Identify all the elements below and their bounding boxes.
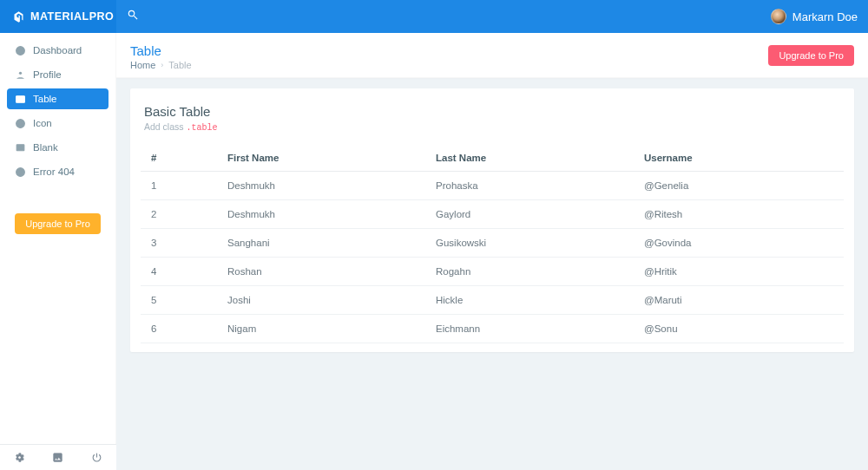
table-cell-last-name: Hickle [427,286,635,315]
svg-point-1 [18,71,21,74]
brand-logo-icon [12,10,25,23]
sidebar-item-profile[interactable]: Profile [7,64,108,85]
table-cell-username: @Govinda [635,229,844,258]
sidebar-footer [0,444,116,470]
table-cell-first-name: Roshan [219,258,427,286]
page-title: Table [130,43,192,58]
page-head-left: Table Home › Table [130,40,192,70]
sidebar-item-label: Icon [33,118,52,128]
topbar: MATERIALPRO Markarn Doe [0,0,868,33]
help-icon [14,166,26,178]
brand[interactable]: MATERIALPRO [0,0,116,33]
app-root: { "brand": { "name": "MATERIALPRO" }, "u… [0,0,868,470]
sidebar-item-table[interactable]: Table [7,88,108,109]
card-subtitle: Add class .table [141,121,844,133]
sidebar-item-label: Table [33,94,57,104]
svg-point-5 [21,121,22,122]
table-row: 2DeshmukhGaylord@Ritesh [141,200,844,229]
dashboard-icon [14,44,26,56]
table-cell-first-name: Deshmukh [219,172,427,200]
power-icon[interactable] [91,452,103,464]
sidebar-item-error-404[interactable]: Error 404 [7,161,108,182]
content: Basic Table Add class .table # First Nam… [116,78,868,470]
table-row: 4RoshanRogahn@Hritik [141,258,844,286]
body: DashboardProfileTableIconBlankError 404 … [0,33,868,470]
table-cell-username: @Sonu [635,315,844,343]
svg-point-3 [16,119,24,127]
table-cell-first-name: Sanghani [219,229,427,258]
table-header-id: # [141,145,219,172]
svg-point-8 [20,173,21,174]
card-subtitle-text: Add class [144,121,186,132]
table-cell-id: 4 [141,258,219,286]
sidebar-item-blank[interactable]: Blank [7,137,108,158]
page-head: Table Home › Table Upgrade to Pro [116,33,868,78]
main: Table Home › Table Upgrade to Pro Basic … [116,33,868,470]
table-header-row: # First Name Last Name Username [141,145,844,172]
table-body: 1DeshmukhProhaska@Genelia2DeshmukhGaylor… [141,172,844,343]
table-row: 1DeshmukhProhaska@Genelia [141,172,844,200]
table-cell-first-name: Deshmukh [219,200,427,229]
table-cell-last-name: Gusikowski [427,229,635,258]
sidebar-item-icon[interactable]: Icon [7,113,108,134]
basic-table-card: Basic Table Add class .table # First Nam… [130,88,854,352]
table-cell-last-name: Gaylord [427,200,635,229]
avatar [771,9,786,24]
basic-table: # First Name Last Name Username 1Deshmuk… [141,145,844,343]
breadcrumb: Home › Table [130,60,192,70]
brand-name: MATERIALPRO [30,10,114,23]
sidebar: DashboardProfileTableIconBlankError 404 … [0,33,116,470]
sidebar-item-label: Error 404 [33,166,75,177]
sidebar-item-label: Profile [33,69,62,80]
table-cell-id: 2 [141,200,219,229]
table-cell-last-name: Rogahn [427,258,635,286]
table-cell-last-name: Eichmann [427,315,635,343]
upgrade-button-header[interactable]: Upgrade to Pro [768,45,854,66]
table-cell-last-name: Prohaska [427,172,635,200]
user-menu[interactable]: Markarn Doe [771,9,858,24]
svg-rect-6 [16,144,24,150]
image-icon[interactable] [52,452,64,464]
svg-rect-2 [16,95,24,102]
table-header-first-name: First Name [219,145,427,172]
table-cell-id: 6 [141,315,219,343]
settings-icon[interactable] [13,452,25,464]
table-header-username: Username [635,145,844,172]
sidebar-item-dashboard[interactable]: Dashboard [7,40,108,61]
table-cell-first-name: Nigam [219,315,427,343]
upgrade-button-sidebar[interactable]: Upgrade to Pro [15,213,101,234]
card-subtitle-code: .table [186,123,217,133]
card-title: Basic Table [141,104,844,119]
user-name: Markarn Doe [792,10,858,23]
blank-icon [14,141,26,153]
table-cell-id: 1 [141,172,219,200]
table-cell-username: @Maruti [635,286,844,315]
table-cell-username: @Hritik [635,258,844,286]
sidebar-item-label: Dashboard [33,45,82,55]
table-cell-username: @Ritesh [635,200,844,229]
table-header-last-name: Last Name [427,145,635,172]
table-cell-id: 5 [141,286,219,315]
smile-icon [14,117,26,129]
svg-point-4 [18,121,19,122]
breadcrumb-home[interactable]: Home [130,60,155,70]
table-icon [14,93,26,105]
table-row: 6NigamEichmann@Sonu [141,315,844,343]
table-row: 5JoshiHickle@Maruti [141,286,844,315]
table-cell-id: 3 [141,229,219,258]
table-row: 3SanghaniGusikowski@Govinda [141,229,844,258]
breadcrumb-current: Table [168,60,191,70]
search-icon[interactable] [127,9,139,24]
table-cell-first-name: Joshi [219,286,427,315]
profile-icon [14,69,26,81]
table-cell-username: @Genelia [635,172,844,200]
breadcrumb-separator-icon: › [161,61,163,69]
sidebar-nav: DashboardProfileTableIconBlankError 404 [0,33,115,189]
sidebar-item-label: Blank [33,142,58,153]
